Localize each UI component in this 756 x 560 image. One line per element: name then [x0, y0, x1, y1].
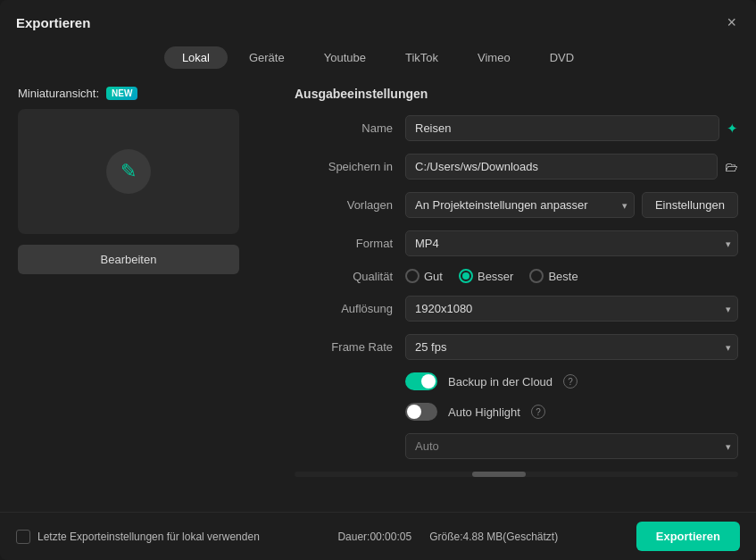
autohighlight-help-icon[interactable]: ?	[531, 405, 545, 419]
export-button[interactable]: Exportieren	[636, 522, 740, 551]
thumbnail-box: ✎	[18, 109, 239, 234]
quality-row: Qualität Gut Besser Beste	[295, 269, 738, 283]
framerate-select[interactable]: 25 fps	[405, 334, 738, 360]
format-label: Format	[295, 237, 393, 250]
resolution-select[interactable]: 1920x1080	[405, 296, 738, 322]
last-settings-checkbox[interactable]	[16, 530, 30, 544]
vorlagen-select[interactable]: An Projekteinstellungen anpasser	[405, 192, 635, 218]
tab-youtube[interactable]: Youtube	[306, 46, 384, 69]
export-window: Exportieren × Lokal Geräte Youtube TikTo…	[0, 0, 756, 560]
size-label: Größe:4.88 MB(Geschätzt)	[429, 531, 558, 543]
scrollbar-track	[295, 472, 738, 477]
radio-gut-circle	[405, 269, 420, 283]
save-label: Speichern in	[295, 160, 393, 173]
framerate-select-wrapper: 25 fps ▾	[405, 334, 738, 360]
right-panel: Ausgabeeinstellungen Name ✦ Speichern in…	[277, 78, 747, 512]
auto-select[interactable]: Auto	[405, 433, 738, 459]
radio-besser-circle	[459, 269, 473, 283]
close-button[interactable]: ×	[723, 13, 740, 32]
auto-select-wrapper: Auto ▾	[405, 433, 738, 459]
format-select-wrapper: MP4 ▾	[405, 230, 738, 256]
backup-toggle-thumb	[421, 374, 436, 389]
backup-toggle[interactable]	[405, 372, 437, 390]
format-row: Format MP4 ▾	[295, 230, 738, 256]
backup-row: Backup in der Cloud ?	[295, 372, 738, 390]
tab-vimeo[interactable]: Vimeo	[460, 46, 528, 69]
autohighlight-toggle-thumb	[407, 405, 421, 419]
tab-bar: Lokal Geräte Youtube TikTok Vimeo DVD	[0, 41, 756, 78]
backup-label: Backup in der Cloud	[448, 375, 552, 389]
folder-icon[interactable]: 🗁	[725, 159, 738, 174]
resolution-select-wrapper: 1920x1080 ▾	[405, 296, 738, 322]
last-settings-label: Letzte Exporteinstellungen für lokal ver…	[37, 531, 260, 543]
settings-button[interactable]: Einstellungen	[642, 192, 738, 218]
framerate-label: Frame Rate	[295, 340, 393, 354]
bottom-left: Letzte Exporteinstellungen für lokal ver…	[16, 530, 260, 544]
autohighlight-label: Auto Highlight	[448, 405, 520, 419]
auto-select-row: Auto ▾	[405, 433, 738, 459]
name-input-row: ✦	[405, 115, 738, 141]
save-path-input-row: 🗁	[405, 154, 738, 180]
radio-besser-dot	[462, 272, 469, 280]
resolution-label: Auflösung	[295, 302, 393, 315]
section-title: Ausgabeeinstellungen	[295, 87, 738, 101]
scrollbar-thumb	[472, 472, 526, 477]
save-path-input[interactable]	[405, 154, 718, 180]
edit-button[interactable]: Bearbeiten	[18, 245, 239, 274]
quality-gut-label: Gut	[424, 270, 443, 283]
main-content: Miniaturansicht: NEW ✎ Bearbeiten Ausgab…	[0, 78, 756, 512]
title-bar: Exportieren ×	[0, 0, 756, 41]
duration-label: Dauer:00:00:05	[337, 531, 411, 543]
resolution-row: Auflösung 1920x1080 ▾	[295, 296, 738, 322]
tab-lokal[interactable]: Lokal	[164, 46, 228, 69]
format-select[interactable]: MP4	[405, 230, 738, 256]
autohighlight-row: Auto Highlight ?	[295, 403, 738, 421]
thumbnail-label-row: Miniaturansicht: NEW	[18, 87, 259, 100]
framerate-row: Frame Rate 25 fps ▾	[295, 334, 738, 360]
tab-dvd[interactable]: DVD	[532, 46, 592, 69]
bottom-center: Dauer:00:00:05 Größe:4.88 MB(Geschätzt)	[337, 531, 558, 543]
vorlagen-row: Vorlagen An Projekteinstellungen anpasse…	[295, 192, 738, 218]
bottom-bar: Letzte Exporteinstellungen für lokal ver…	[0, 512, 756, 560]
quality-besser[interactable]: Besser	[459, 269, 513, 283]
new-badge: NEW	[106, 87, 137, 100]
window-title: Exportieren	[16, 15, 90, 30]
backup-toggle-row: Backup in der Cloud ?	[405, 372, 577, 390]
autohighlight-toggle-row: Auto Highlight ?	[405, 403, 545, 421]
name-label: Name	[295, 121, 393, 135]
quality-gut[interactable]: Gut	[405, 269, 443, 283]
backup-help-icon[interactable]: ?	[563, 374, 577, 389]
vorlagen-label: Vorlagen	[295, 198, 393, 212]
autohighlight-toggle[interactable]	[405, 403, 437, 421]
left-panel: Miniaturansicht: NEW ✎ Bearbeiten	[9, 78, 268, 512]
vorlagen-select-wrapper: An Projekteinstellungen anpasser ▾	[405, 192, 635, 218]
save-path-row: Speichern in 🗁	[295, 154, 738, 180]
name-input[interactable]	[405, 115, 719, 141]
thumbnail-icon: ✎	[106, 149, 151, 194]
name-row: Name ✦	[295, 115, 738, 141]
quality-beste-label: Beste	[548, 270, 577, 283]
ai-icon[interactable]: ✦	[727, 121, 738, 137]
quality-options: Gut Besser Beste	[405, 269, 578, 283]
thumbnail-label-text: Miniaturansicht:	[18, 87, 99, 100]
tab-tiktok[interactable]: TikTok	[387, 46, 456, 69]
quality-beste[interactable]: Beste	[529, 269, 577, 283]
quality-besser-label: Besser	[478, 270, 513, 283]
tab-geraete[interactable]: Geräte	[231, 46, 303, 69]
radio-beste-circle	[529, 269, 544, 283]
quality-label: Qualität	[295, 270, 393, 283]
